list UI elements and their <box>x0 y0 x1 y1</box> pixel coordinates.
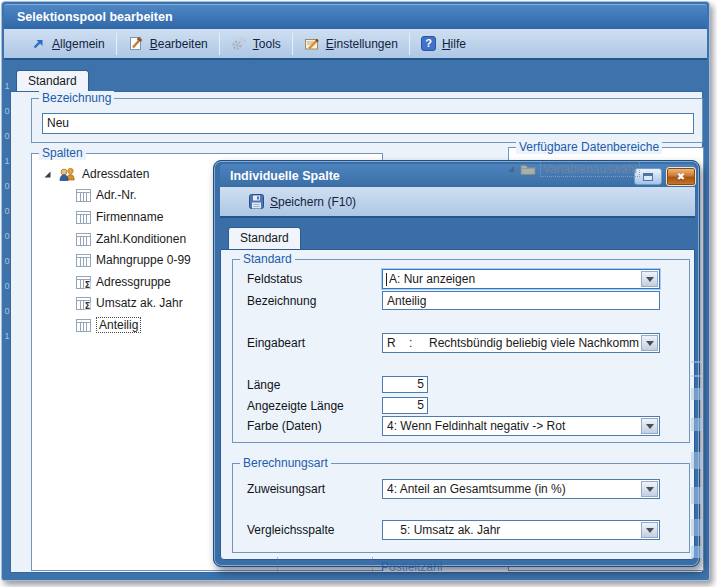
chevron-down-icon <box>646 277 654 282</box>
column-sum-icon: Σ <box>76 297 91 310</box>
ghost-right-edge-fragment <box>691 546 703 558</box>
toolbar-button-bearbeiten[interactable]: Bearbeiten <box>117 32 219 56</box>
glass-left-edge-digits: 1 0 0 1 0 0 0 0 0 0 1 <box>3 74 11 349</box>
main-toolbar: Allgemein Bearbeiten Tools <box>4 29 707 60</box>
bezeichnung-dialog-input[interactable]: Anteilig <box>382 291 660 310</box>
ghost-grid-line <box>372 557 373 572</box>
ghost-right-edge-fragment <box>691 375 703 377</box>
dialog-toolbar: Speichern (F10) <box>220 187 695 218</box>
ghost-right-edge-fragment <box>691 452 703 469</box>
bezeichnung-input[interactable]: Neu <box>42 113 694 134</box>
tree-item-firmenname[interactable]: Firmenname <box>76 207 163 227</box>
angezeigte-laenge-input[interactable]: 5 <box>382 397 428 414</box>
feldstatus-combobox[interactable]: A: Nur anzeigen <box>382 269 660 289</box>
dropdown-button[interactable] <box>641 481 658 497</box>
column-icon <box>76 319 91 332</box>
tree-item-adr-nr[interactable]: Adr.-Nr. <box>76 185 137 205</box>
main-window-title: Selektionspool bearbeiten <box>17 10 173 24</box>
tree-item-label: Zahl.Konditionen <box>96 232 186 246</box>
tree-item-anteilig[interactable]: Anteilig <box>76 315 141 335</box>
farbe-label: Farbe (Daten) <box>247 416 322 436</box>
eingabeart-combobox[interactable]: R : Rechtsbündig beliebig viele Nachkomm… <box>382 333 660 353</box>
edit-document-icon <box>128 36 144 51</box>
save-button[interactable]: Speichern (F10) <box>238 190 367 214</box>
settings-form-icon <box>304 36 320 51</box>
dropdown-button[interactable] <box>641 418 658 434</box>
dropdown-button[interactable] <box>641 522 658 538</box>
toolbar-label: Allgemein <box>52 37 105 51</box>
dialog-individuelle-spalte: Individuelle Spalte ✖ Speichern (F10) St… <box>213 160 700 567</box>
column-icon <box>76 189 91 202</box>
vergleichsspalte-combobox[interactable]: 5: Umsatz ak. Jahr <box>382 520 660 540</box>
feldstatus-label: Feldstatus <box>247 269 302 289</box>
ghost-column-header-postleitzahl: Postleitzahl <box>381 560 442 574</box>
zuweisungsart-value: 4: Anteil an Gesamtsumme (in %) <box>387 480 639 498</box>
dialog-content-panel: Standard Feldstatus A: Nur anzeigen Beze… <box>220 249 695 560</box>
people-icon <box>58 167 77 182</box>
zuweisungsart-combobox[interactable]: 4: Anteil an Gesamtsumme (in %) <box>382 479 660 499</box>
main-titlebar[interactable]: Selektionspool bearbeiten <box>4 4 707 29</box>
column-icon <box>76 254 91 267</box>
tab-standard-main[interactable]: Standard <box>16 70 89 92</box>
restore-icon <box>643 173 653 181</box>
vergleichsspalte-label: Vergleichsspalte <box>247 520 334 540</box>
dropdown-button[interactable] <box>641 335 658 351</box>
expand-arrow-icon[interactable] <box>42 169 53 180</box>
ghost-right-edge-fragment <box>691 418 703 431</box>
tree-item-umsatz[interactable]: Σ Umsatz ak. Jahr <box>76 293 183 313</box>
toolbar-label: Hilfe <box>442 37 466 51</box>
zuweisungsart-label: Zuweisungsart <box>247 479 325 499</box>
toolbar-label: Einstellungen <box>326 37 398 51</box>
ghost-tree-item-label: Variablenauswahl <box>540 161 640 177</box>
column-icon <box>76 211 91 224</box>
close-button[interactable]: ✖ <box>666 167 696 186</box>
svg-text:Σ: Σ <box>85 301 90 310</box>
svg-text:Σ: Σ <box>85 280 90 289</box>
tree-item-adressgruppe[interactable]: Σ Adressgruppe <box>76 272 171 292</box>
chevron-down-icon <box>646 528 654 533</box>
tree-item-label-selected: Anteilig <box>96 317 141 333</box>
laenge-input[interactable]: 5 <box>382 376 428 393</box>
column-sum-icon: Σ <box>76 276 91 289</box>
toolbar-button-tools[interactable]: Tools <box>220 32 292 56</box>
eingabeart-value: R : Rechtsbündig beliebig viele Nachkomm… <box>387 334 639 352</box>
column-icon <box>76 233 91 246</box>
toolbar-button-einstellungen[interactable]: Einstellungen <box>293 32 409 56</box>
toolbar-label: Bearbeiten <box>150 37 208 51</box>
tree-root-adressdaten[interactable]: Adressdaten <box>42 164 149 184</box>
dropdown-button[interactable] <box>641 271 658 287</box>
tree-item-label: Mahngruppe 0-99 <box>96 253 191 267</box>
group-bezeichnung-label: Bezeichnung <box>39 91 114 105</box>
floppy-disk-icon <box>249 194 264 209</box>
tree-item-label: Adr.-Nr. <box>96 188 137 202</box>
chevron-down-icon <box>646 424 654 429</box>
vergleichsspalte-value: 5: Umsatz ak. Jahr <box>387 521 639 539</box>
tree-item-label: Umsatz ak. Jahr <box>96 296 183 310</box>
laenge-label: Länge <box>247 375 280 395</box>
gears-icon <box>231 36 247 51</box>
svg-text:?: ? <box>425 37 432 49</box>
farbe-value: 4: Wenn Feldinhalt negativ -> Rot <box>387 417 639 435</box>
ghost-right-edge-fragment <box>691 361 703 363</box>
ghost-tree-item-variablenauswahl[interactable]: Variablenauswahl <box>506 161 640 177</box>
tab-standard-dialog[interactable]: Standard <box>228 227 301 249</box>
angezeigte-laenge-label: Angezeigte Länge <box>247 396 344 416</box>
farbe-combobox[interactable]: 4: Wenn Feldinhalt negativ -> Rot <box>382 416 660 436</box>
chevron-down-icon <box>646 487 654 492</box>
tree-item-zahl-konditionen[interactable]: Zahl.Konditionen <box>76 229 186 249</box>
folder-icon <box>520 163 536 175</box>
ghost-right-edge-fragment <box>691 487 703 504</box>
help-icon: ? <box>421 36 436 51</box>
tree-item-mahngruppe[interactable]: Mahngruppe 0-99 <box>76 250 191 270</box>
group-datenbereiche-label: Verfügbare Datenbereiche <box>516 140 662 154</box>
screenshot-root: 1 0 0 1 0 0 0 0 0 0 1 Selektionspool bea… <box>0 0 717 587</box>
toolbar-label: Tools <box>253 37 281 51</box>
tab-label: Standard <box>28 74 77 88</box>
toolbar-button-hilfe[interactable]: ? Hilfe <box>410 32 477 56</box>
group-standard-label: Standard <box>240 252 295 266</box>
tab-label: Standard <box>240 231 289 245</box>
ghost-right-edge-fragment <box>691 519 703 536</box>
arrow-ne-icon <box>31 36 46 51</box>
save-button-label: Speichern (F10) <box>270 195 356 209</box>
toolbar-button-allgemein[interactable]: Allgemein <box>20 32 116 56</box>
